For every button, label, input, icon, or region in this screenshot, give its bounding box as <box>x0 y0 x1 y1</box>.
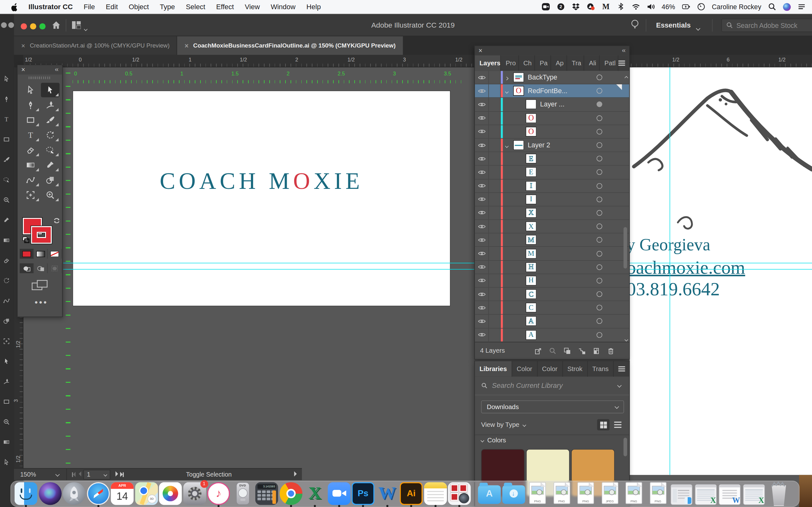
screen-mode-icon[interactable] <box>32 280 48 293</box>
vertical-guide[interactable] <box>670 67 670 475</box>
panel-tab-tra[interactable]: Tra <box>567 55 584 71</box>
new-layer-icon[interactable] <box>593 347 600 354</box>
layer-thumbnail[interactable]: I <box>525 194 537 205</box>
layer-row-13[interactable]: M <box>475 233 629 247</box>
grid-view-button[interactable] <box>597 419 609 430</box>
dock-window-excel-icon[interactable]: X <box>695 484 716 505</box>
eyedropper-tool[interactable] <box>41 158 60 172</box>
color-fill-button[interactable] <box>20 249 34 259</box>
lock-cell[interactable] <box>489 138 501 152</box>
target-circle-icon[interactable] <box>597 142 602 148</box>
lock-cell[interactable] <box>489 125 501 138</box>
type-tool[interactable]: T <box>21 128 40 142</box>
library-search-dropdown-icon[interactable] <box>617 383 621 388</box>
lock-cell[interactable] <box>489 84 501 97</box>
layer-row-15[interactable]: H <box>475 261 629 274</box>
panel-tab-layers[interactable]: Layers <box>475 55 501 71</box>
layer-row-4[interactable]: O <box>475 112 629 125</box>
layer-name[interactable]: Layer ... <box>540 101 565 108</box>
dock-window-finder-icon[interactable] <box>670 484 693 505</box>
dock-settings-icon[interactable]: 1 <box>183 482 206 505</box>
horizontal-guide-1[interactable] <box>63 263 474 263</box>
draw-normal-button[interactable] <box>20 263 34 273</box>
target-circle-icon[interactable] <box>597 264 602 270</box>
colors-section-label[interactable]: Colors <box>487 437 506 444</box>
panel-tab-color-1[interactable]: Color <box>512 361 537 377</box>
dock-maps-icon[interactable]: 3D <box>135 482 158 505</box>
layer-thumbnail[interactable]: O <box>513 86 524 96</box>
target-circle-icon[interactable] <box>597 115 602 121</box>
visibility-eye-icon[interactable] <box>475 220 489 233</box>
target-circle-icon[interactable] <box>597 88 602 94</box>
visibility-eye-icon[interactable] <box>475 261 489 274</box>
rectangle-tool[interactable] <box>21 113 40 127</box>
menu-item-select[interactable]: Select <box>186 3 205 10</box>
horizontal-guide-1b[interactable] <box>629 263 812 263</box>
last-artboard-button[interactable] <box>120 472 123 477</box>
library-collection-select[interactable]: Downloads <box>481 400 624 413</box>
lock-cell[interactable] <box>489 233 501 246</box>
draw-inside-button[interactable] <box>48 263 61 273</box>
lock-cell[interactable] <box>489 193 501 206</box>
next-artboard-button[interactable] <box>115 471 118 478</box>
dock-file-icon[interactable]: PNG <box>622 482 645 505</box>
layer-thumbnail[interactable]: X <box>525 208 537 218</box>
panel-tab-ch[interactable]: Ch <box>519 55 535 71</box>
default-fill-stroke-icon[interactable] <box>22 236 30 245</box>
dock-word-icon[interactable]: W <box>375 482 398 505</box>
dock-window-excel2-icon[interactable]: X <box>743 484 765 505</box>
dock-finder-icon[interactable] <box>14 482 38 505</box>
layer-name[interactable]: RedFontBe... <box>528 87 567 95</box>
lock-cell[interactable] <box>489 247 501 260</box>
list-view-button[interactable] <box>612 419 624 430</box>
malwarebytes-icon[interactable] <box>587 3 595 11</box>
libraries-scrollbar[interactable] <box>623 438 627 456</box>
target-circle-icon[interactable] <box>597 156 602 162</box>
layer-row-9[interactable]: I <box>475 179 629 193</box>
dock-zoom-icon[interactable] <box>328 482 351 505</box>
visibility-eye-icon[interactable] <box>475 84 489 97</box>
dock-folder-downloads-icon[interactable]: ↓ <box>502 485 525 504</box>
disclosure-expanded-icon[interactable] <box>503 140 511 150</box>
lock-cell[interactable] <box>489 98 501 111</box>
help-2-icon[interactable]: 2 <box>556 3 565 11</box>
layers-panel-menu-icon[interactable] <box>618 55 629 71</box>
magic-wand-tool[interactable] <box>41 143 60 158</box>
layer-thumbnail[interactable]: X <box>525 222 537 231</box>
dock-itunes-icon[interactable]: ♪ <box>207 482 230 505</box>
layer-row-19[interactable]: A <box>475 315 629 328</box>
zoom-app-icon[interactable] <box>542 3 550 11</box>
menu-item-type[interactable]: Type <box>160 3 175 10</box>
visibility-eye-icon[interactable] <box>475 274 489 287</box>
menu-item-edit[interactable]: Edit <box>106 3 118 10</box>
spotlight-search-icon[interactable] <box>768 3 776 11</box>
panel-tab-patl[interactable]: Patl <box>600 55 618 71</box>
lock-cell[interactable] <box>489 179 501 192</box>
dock-calculator-icon[interactable]: 3.141593 <box>255 482 278 505</box>
visibility-eye-icon[interactable] <box>475 138 489 152</box>
target-circle-icon[interactable] <box>597 196 602 202</box>
lightbulb-icon[interactable] <box>631 19 639 32</box>
menu-item-file[interactable]: File <box>84 3 95 10</box>
curvature-tool[interactable] <box>41 98 60 112</box>
visibility-eye-icon[interactable] <box>475 166 489 179</box>
menu-item-window[interactable]: Window <box>270 3 295 10</box>
dock-safari-icon[interactable] <box>87 482 109 505</box>
target-circle-icon[interactable] <box>597 224 602 229</box>
selection-tool[interactable] <box>21 83 40 97</box>
lock-cell[interactable] <box>489 112 501 124</box>
dock-chrome-icon[interactable] <box>280 482 302 505</box>
tools-close-icon[interactable]: × <box>21 66 25 73</box>
panel-tab-ali[interactable]: Ali <box>584 55 600 71</box>
lock-cell[interactable] <box>489 328 501 341</box>
visibility-eye-icon[interactable] <box>475 247 489 260</box>
target-circle-icon[interactable] <box>597 170 602 175</box>
artboard-business-card[interactable]: COACH MOXIE <box>72 91 451 306</box>
layers-panel-close-icon[interactable]: × <box>478 47 483 54</box>
visibility-eye-icon[interactable] <box>475 98 489 111</box>
libraries-panel-menu-icon[interactable] <box>618 361 629 377</box>
dock-photobooth-icon[interactable] <box>448 482 471 505</box>
dock-file-icon[interactable]: PNG <box>550 482 573 505</box>
lock-cell[interactable] <box>489 288 501 301</box>
layer-thumbnail[interactable]: E <box>525 154 537 164</box>
